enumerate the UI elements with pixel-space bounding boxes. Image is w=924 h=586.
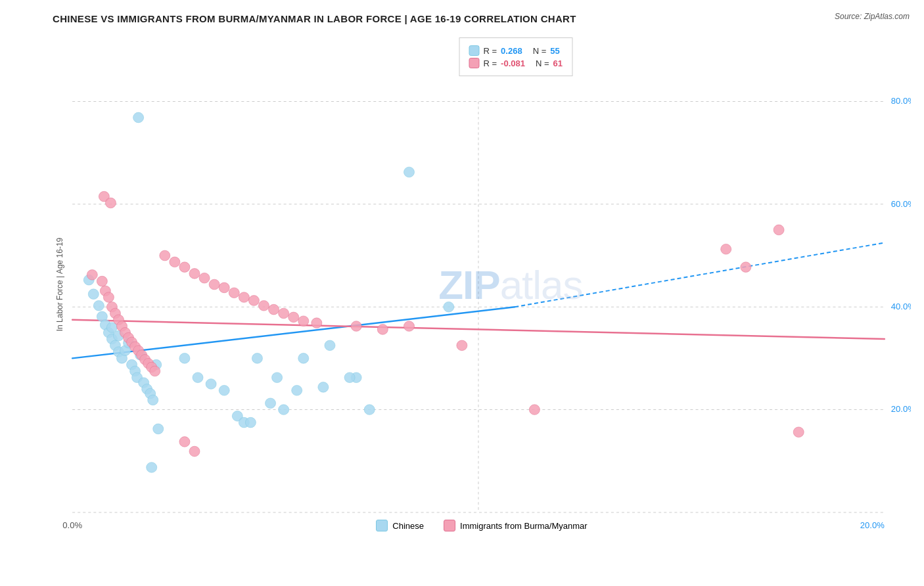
svg-line-7	[515, 242, 885, 307]
svg-point-58	[103, 292, 114, 303]
svg-point-97	[529, 405, 540, 415]
chart-area: In Labor Force | Age 16-19 R = 0.268 N =…	[53, 31, 911, 538]
footer-item-2: Immigrants from Burma/Myanmar	[444, 520, 588, 531]
svg-point-96	[404, 321, 414, 332]
footer-label-2: Immigrants from Burma/Myanmar	[460, 521, 588, 531]
svg-point-87	[279, 308, 289, 319]
legend-swatch-2	[469, 58, 479, 68]
scatter-chart: 80.0% 60.0% 40.0% 20.0% 0.0% 20.0%	[53, 31, 911, 538]
legend-r-value-2: -0.081	[501, 58, 525, 68]
svg-point-88	[289, 312, 299, 323]
legend-n-value-2: 61	[553, 58, 563, 68]
legend-row-1: R = 0.268 N = 55	[469, 45, 563, 56]
svg-point-72	[150, 366, 160, 376]
svg-point-35	[206, 379, 216, 390]
svg-point-32	[133, 112, 144, 123]
svg-point-11	[93, 300, 104, 311]
svg-point-45	[444, 302, 454, 312]
legend-r-label-1: R =	[483, 46, 497, 56]
footer-swatch-1	[376, 520, 388, 531]
legend-box: R = 0.268 N = 55 R = -0.081 N = 61	[459, 37, 572, 76]
svg-point-37	[153, 424, 164, 434]
svg-point-99	[741, 262, 751, 273]
svg-point-46	[404, 167, 414, 177]
legend-row-2: R = -0.081 N = 61	[469, 58, 563, 68]
svg-point-10	[88, 289, 99, 300]
svg-point-74	[105, 198, 116, 208]
svg-point-49	[245, 417, 256, 428]
y-tick-60: 60.0%	[891, 199, 911, 209]
svg-point-93	[312, 318, 322, 328]
svg-point-36	[219, 385, 229, 395]
svg-point-34	[193, 372, 203, 383]
svg-point-91	[189, 446, 200, 457]
svg-point-53	[318, 382, 329, 393]
svg-point-55	[87, 270, 97, 281]
svg-point-51	[265, 398, 275, 409]
svg-point-30	[148, 395, 158, 405]
y-tick-20: 20.0%	[891, 405, 911, 415]
source-label: Source: ZipAtlas.com	[835, 12, 910, 21]
chart-container: CHINESE VS IMMIGRANTS FROM BURMA/MYANMAR…	[0, 0, 924, 586]
svg-point-82	[229, 288, 239, 298]
svg-point-42	[298, 353, 309, 364]
svg-point-94	[351, 321, 361, 332]
svg-point-75	[160, 250, 170, 261]
footer-legend: Chinese Immigrants from Burma/Myanmar	[53, 520, 911, 531]
svg-point-56	[97, 276, 107, 286]
legend-n-value-1: 55	[550, 46, 559, 56]
svg-point-98	[774, 225, 784, 235]
svg-point-100	[721, 244, 731, 254]
svg-point-84	[248, 296, 259, 306]
footer-label-1: Chinese	[392, 521, 424, 531]
svg-point-86	[269, 304, 279, 315]
svg-point-43	[325, 340, 335, 351]
svg-point-78	[189, 269, 200, 279]
svg-point-80	[209, 279, 219, 290]
svg-point-52	[292, 385, 302, 395]
footer-swatch-2	[444, 520, 455, 531]
svg-point-38	[252, 353, 262, 364]
svg-point-41	[272, 372, 283, 383]
svg-point-101	[793, 427, 804, 438]
legend-r-label-2: R =	[483, 58, 497, 68]
svg-point-48	[364, 405, 375, 415]
legend-n-label-1: N =	[533, 46, 547, 56]
y-axis-label: In Labor Force | Age 16-19	[55, 238, 64, 332]
svg-point-79	[199, 273, 210, 283]
svg-point-77	[179, 262, 190, 273]
chart-title: CHINESE VS IMMIGRANTS FROM BURMA/MYANMAR…	[53, 13, 911, 24]
svg-point-50	[279, 405, 289, 415]
svg-point-95	[377, 325, 388, 335]
footer-item-1: Chinese	[376, 520, 424, 531]
legend-swatch-1	[469, 45, 479, 56]
svg-point-54	[344, 372, 355, 383]
svg-point-89	[298, 316, 309, 327]
y-tick-80: 80.0%	[891, 97, 911, 106]
svg-point-92	[457, 340, 467, 351]
svg-point-44	[147, 462, 157, 473]
y-tick-40: 40.0%	[891, 302, 911, 311]
svg-point-33	[179, 353, 190, 364]
svg-point-83	[239, 292, 249, 303]
svg-point-90	[179, 437, 190, 447]
svg-point-85	[258, 300, 269, 311]
legend-n-label-2: N =	[536, 58, 549, 68]
svg-point-76	[170, 257, 180, 267]
svg-point-81	[219, 282, 229, 293]
legend-r-value-1: 0.268	[501, 46, 522, 56]
